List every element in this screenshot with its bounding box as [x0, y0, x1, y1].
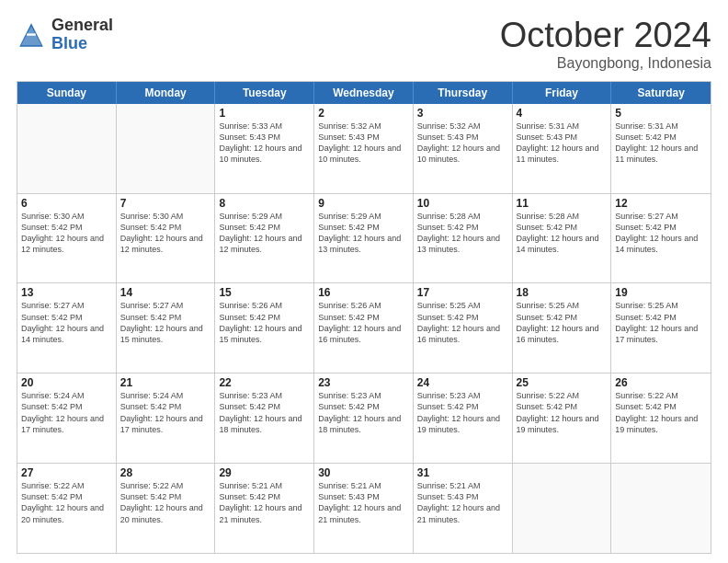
day-number: 27 — [21, 466, 112, 479]
day-info: Sunrise: 5:26 AM Sunset: 5:42 PM Dayligh… — [219, 300, 310, 345]
day-info: Sunrise: 5:21 AM Sunset: 5:42 PM Dayligh… — [219, 480, 310, 525]
day-number: 22 — [219, 376, 310, 389]
calendar-cell-27: 27Sunrise: 5:22 AM Sunset: 5:42 PM Dayli… — [17, 464, 117, 553]
calendar-cell-13: 13Sunrise: 5:27 AM Sunset: 5:42 PM Dayli… — [17, 283, 117, 373]
calendar-cell-20: 20Sunrise: 5:24 AM Sunset: 5:42 PM Dayli… — [17, 373, 117, 463]
calendar-cell-18: 18Sunrise: 5:25 AM Sunset: 5:42 PM Dayli… — [513, 283, 612, 373]
calendar-cell-28: 28Sunrise: 5:22 AM Sunset: 5:42 PM Dayli… — [117, 464, 216, 553]
header: General Blue October 2024 Bayongbong, In… — [17, 17, 711, 72]
day-number: 26 — [615, 376, 707, 389]
header-wednesday: Wednesday — [314, 82, 414, 104]
day-number: 20 — [21, 376, 112, 389]
day-number: 19 — [615, 286, 707, 299]
title-block: October 2024 Bayongbong, Indonesia — [500, 17, 711, 72]
logo-blue-label: Blue — [51, 35, 113, 53]
day-info: Sunrise: 5:25 AM Sunset: 5:42 PM Dayligh… — [517, 300, 608, 345]
calendar-cell-24: 24Sunrise: 5:23 AM Sunset: 5:42 PM Dayli… — [414, 373, 513, 463]
day-number: 21 — [120, 376, 211, 389]
header-saturday: Saturday — [611, 82, 711, 104]
day-info: Sunrise: 5:28 AM Sunset: 5:42 PM Dayligh… — [517, 211, 608, 256]
day-number: 31 — [417, 466, 508, 479]
header-tuesday: Tuesday — [215, 82, 314, 104]
day-number: 1 — [219, 107, 310, 120]
day-info: Sunrise: 5:29 AM Sunset: 5:42 PM Dayligh… — [219, 211, 310, 256]
logo-icon — [17, 20, 46, 50]
calendar-cell-22: 22Sunrise: 5:23 AM Sunset: 5:42 PM Dayli… — [215, 373, 314, 463]
day-number: 5 — [615, 107, 707, 120]
day-info: Sunrise: 5:24 AM Sunset: 5:42 PM Dayligh… — [21, 390, 112, 435]
calendar-cell-25: 25Sunrise: 5:22 AM Sunset: 5:42 PM Dayli… — [513, 373, 612, 463]
calendar-cell-2: 2Sunrise: 5:32 AM Sunset: 5:43 PM Daylig… — [314, 104, 414, 193]
day-info: Sunrise: 5:22 AM Sunset: 5:42 PM Dayligh… — [21, 480, 112, 525]
calendar-row-1: 6Sunrise: 5:30 AM Sunset: 5:42 PM Daylig… — [17, 193, 711, 283]
calendar-cell-29: 29Sunrise: 5:21 AM Sunset: 5:42 PM Dayli… — [215, 464, 314, 553]
calendar-header: Sunday Monday Tuesday Wednesday Thursday… — [17, 82, 711, 104]
calendar-cell-5: 5Sunrise: 5:31 AM Sunset: 5:42 PM Daylig… — [611, 104, 711, 193]
calendar-cell-31: 31Sunrise: 5:21 AM Sunset: 5:43 PM Dayli… — [414, 464, 513, 553]
day-info: Sunrise: 5:24 AM Sunset: 5:42 PM Dayligh… — [120, 390, 211, 435]
title-month: October 2024 — [500, 17, 711, 55]
calendar-cell-23: 23Sunrise: 5:23 AM Sunset: 5:42 PM Dayli… — [314, 373, 414, 463]
day-info: Sunrise: 5:29 AM Sunset: 5:42 PM Dayligh… — [318, 211, 409, 256]
calendar-row-3: 20Sunrise: 5:24 AM Sunset: 5:42 PM Dayli… — [17, 373, 711, 463]
title-location: Bayongbong, Indonesia — [500, 55, 711, 72]
calendar-cell-4: 4Sunrise: 5:31 AM Sunset: 5:43 PM Daylig… — [513, 104, 612, 193]
header-thursday: Thursday — [414, 82, 513, 104]
day-info: Sunrise: 5:22 AM Sunset: 5:42 PM Dayligh… — [517, 390, 608, 435]
calendar-cell-12: 12Sunrise: 5:27 AM Sunset: 5:42 PM Dayli… — [611, 194, 711, 283]
header-friday: Friday — [513, 82, 612, 104]
day-number: 12 — [615, 197, 707, 210]
calendar: Sunday Monday Tuesday Wednesday Thursday… — [17, 81, 711, 554]
day-info: Sunrise: 5:22 AM Sunset: 5:42 PM Dayligh… — [615, 390, 707, 435]
day-info: Sunrise: 5:32 AM Sunset: 5:43 PM Dayligh… — [417, 121, 508, 166]
logo: General Blue — [17, 17, 113, 53]
day-number: 17 — [417, 286, 508, 299]
day-number: 25 — [517, 376, 608, 389]
day-info: Sunrise: 5:26 AM Sunset: 5:42 PM Dayligh… — [318, 300, 409, 345]
day-info: Sunrise: 5:23 AM Sunset: 5:42 PM Dayligh… — [219, 390, 310, 435]
day-number: 18 — [517, 286, 608, 299]
logo-general-label: General — [51, 17, 113, 35]
calendar-cell-empty — [513, 464, 612, 553]
day-number: 9 — [318, 197, 409, 210]
calendar-row-0: 1Sunrise: 5:33 AM Sunset: 5:43 PM Daylig… — [17, 104, 711, 193]
day-info: Sunrise: 5:33 AM Sunset: 5:43 PM Dayligh… — [219, 121, 310, 166]
day-info: Sunrise: 5:27 AM Sunset: 5:42 PM Dayligh… — [120, 300, 211, 345]
day-number: 8 — [219, 197, 310, 210]
calendar-cell-7: 7Sunrise: 5:30 AM Sunset: 5:42 PM Daylig… — [117, 194, 216, 283]
calendar-cell-21: 21Sunrise: 5:24 AM Sunset: 5:42 PM Dayli… — [117, 373, 216, 463]
svg-rect-2 — [27, 33, 36, 35]
day-number: 28 — [120, 466, 211, 479]
day-number: 23 — [318, 376, 409, 389]
day-info: Sunrise: 5:21 AM Sunset: 5:43 PM Dayligh… — [417, 480, 508, 525]
day-info: Sunrise: 5:21 AM Sunset: 5:43 PM Dayligh… — [318, 480, 409, 525]
calendar-cell-15: 15Sunrise: 5:26 AM Sunset: 5:42 PM Dayli… — [215, 283, 314, 373]
page: General Blue October 2024 Bayongbong, In… — [0, 0, 728, 563]
day-info: Sunrise: 5:23 AM Sunset: 5:42 PM Dayligh… — [417, 390, 508, 435]
day-info: Sunrise: 5:22 AM Sunset: 5:42 PM Dayligh… — [120, 480, 211, 525]
day-info: Sunrise: 5:23 AM Sunset: 5:42 PM Dayligh… — [318, 390, 409, 435]
calendar-cell-26: 26Sunrise: 5:22 AM Sunset: 5:42 PM Dayli… — [611, 373, 711, 463]
day-info: Sunrise: 5:28 AM Sunset: 5:42 PM Dayligh… — [417, 211, 508, 256]
calendar-cell-1: 1Sunrise: 5:33 AM Sunset: 5:43 PM Daylig… — [215, 104, 314, 193]
calendar-cell-17: 17Sunrise: 5:25 AM Sunset: 5:42 PM Dayli… — [414, 283, 513, 373]
day-info: Sunrise: 5:32 AM Sunset: 5:43 PM Dayligh… — [318, 121, 409, 166]
day-number: 30 — [318, 466, 409, 479]
day-number: 24 — [417, 376, 508, 389]
calendar-cell-10: 10Sunrise: 5:28 AM Sunset: 5:42 PM Dayli… — [414, 194, 513, 283]
calendar-cell-16: 16Sunrise: 5:26 AM Sunset: 5:42 PM Dayli… — [314, 283, 414, 373]
day-info: Sunrise: 5:30 AM Sunset: 5:42 PM Dayligh… — [120, 211, 211, 256]
day-number: 14 — [120, 286, 211, 299]
calendar-cell-19: 19Sunrise: 5:25 AM Sunset: 5:42 PM Dayli… — [611, 283, 711, 373]
calendar-cell-9: 9Sunrise: 5:29 AM Sunset: 5:42 PM Daylig… — [314, 194, 414, 283]
day-number: 6 — [21, 197, 112, 210]
day-number: 29 — [219, 466, 310, 479]
day-info: Sunrise: 5:31 AM Sunset: 5:42 PM Dayligh… — [615, 121, 707, 166]
calendar-cell-14: 14Sunrise: 5:27 AM Sunset: 5:42 PM Dayli… — [117, 283, 216, 373]
day-info: Sunrise: 5:25 AM Sunset: 5:42 PM Dayligh… — [417, 300, 508, 345]
day-info: Sunrise: 5:31 AM Sunset: 5:43 PM Dayligh… — [517, 121, 608, 166]
day-info: Sunrise: 5:27 AM Sunset: 5:42 PM Dayligh… — [615, 211, 707, 256]
day-number: 15 — [219, 286, 310, 299]
day-number: 7 — [120, 197, 211, 210]
header-monday: Monday — [117, 82, 216, 104]
